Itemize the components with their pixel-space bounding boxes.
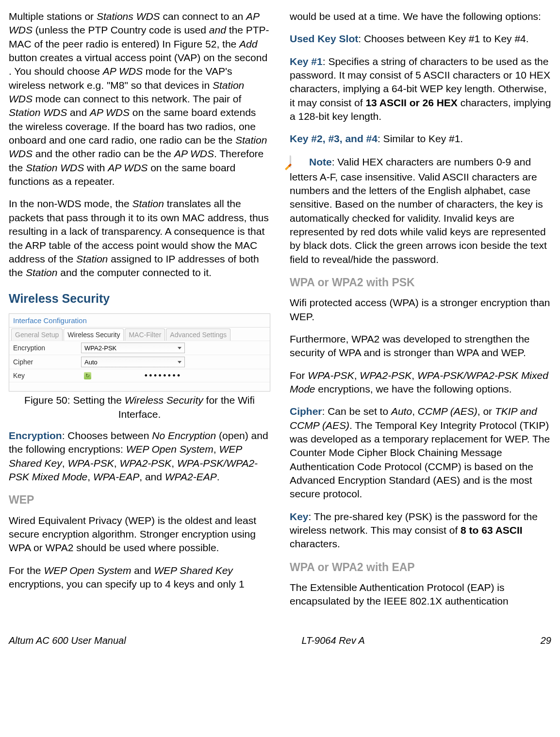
paragraph-note: Note: Valid HEX characters are numbers 0… (290, 155, 551, 266)
paragraph-key234: Key #2, #3, and #4: Similar to Key #1. (290, 132, 551, 146)
left-column: Multiple stations or Stations WDS can co… (9, 10, 270, 617)
paragraph-used-key-slot: Used Key Slot: Chooses between Key #1 to… (290, 32, 551, 46)
chevron-down-icon (178, 361, 181, 363)
input-key-container: ↻ •••••••• (81, 371, 184, 380)
select-encryption[interactable]: WPA2-PSK (81, 343, 185, 353)
paragraph-wds-2: In the non-WDS mode, the Station transla… (9, 197, 270, 279)
label-encryption: Encryption (13, 344, 81, 353)
tab-general-setup[interactable]: General Setup (11, 328, 63, 341)
paragraph-key-psk: Key: The pre-shared key (PSK) is the pas… (290, 510, 551, 551)
right-column: would be used at a time. We have the fol… (290, 10, 551, 617)
paragraph-wpa-1: Wifi protected access (WPA) is a stronge… (290, 296, 551, 324)
paragraph-wds-1: Multiple stations or Stations WDS can co… (9, 10, 270, 188)
two-column-layout: Multiple stations or Stations WDS can co… (9, 10, 551, 617)
paragraph-wep-1: Wired Equivalent Privacy (WEP) is the ol… (9, 514, 270, 555)
note-text: Note: Valid HEX characters are numbers 0… (290, 156, 547, 265)
label-key: Key (13, 371, 81, 380)
tab-wireless-security[interactable]: Wireless Security (64, 328, 124, 341)
paragraph-wep-2: For the WEP Open System and WEP Shared K… (9, 564, 270, 591)
figure-caption-50: Figure 50: Setting the Wireless Security… (9, 393, 270, 421)
input-key-value[interactable]: •••••••• (144, 371, 181, 381)
tab-advanced-settings[interactable]: Advanced Settings (166, 328, 231, 341)
footer-right: 29 (541, 634, 551, 647)
footer-left: Altum AC 600 User Manual (9, 634, 126, 647)
paragraph-eap-1: The Extensible Authentication Protocol (… (290, 581, 551, 608)
heading-wpa-psk: WPA or WPA2 with PSK (290, 275, 551, 290)
paragraph-wpa-3: For WPA-PSK, WPA2-PSK, WPA-PSK/WPA2-PSK … (290, 369, 551, 396)
reveal-password-icon[interactable]: ↻ (84, 372, 91, 379)
chevron-down-icon (178, 347, 181, 349)
select-cipher-value: Auto (84, 358, 98, 367)
heading-wireless-security: Wireless Security (9, 291, 270, 307)
row-encryption: Encryption WPA2-PSK (9, 341, 270, 355)
figure-interface-config: Interface Configuration General Setup Wi… (9, 313, 270, 392)
footer-center: LT-9064 Rev A (301, 634, 364, 647)
heading-wep: WEP (9, 492, 270, 508)
fieldset-legend: Interface Configuration (9, 314, 270, 327)
tab-list: General Setup Wireless Security MAC-Filt… (9, 328, 270, 341)
paragraph-encryption: Encryption: Chooses between No Encryptio… (9, 429, 270, 484)
tab-mac-filter[interactable]: MAC-Filter (125, 328, 165, 341)
page-footer: Altum AC 600 User Manual LT-9064 Rev A 2… (9, 630, 551, 647)
paragraph-wpa-2: Furthermore, WPA2 was developed to stren… (290, 332, 551, 360)
paragraph-continued: would be used at a time. We have the fol… (290, 10, 551, 23)
select-encryption-value: WPA2-PSK (84, 344, 116, 353)
heading-wpa-eap: WPA or WPA2 with EAP (290, 560, 551, 575)
select-cipher[interactable]: Auto (81, 357, 185, 367)
paragraph-cipher: Cipher: Can be set to Auto, CCMP (AES), … (290, 405, 551, 501)
row-cipher: Cipher Auto (9, 355, 270, 369)
paragraph-key1: Key #1: Specifies a string of characters… (290, 55, 551, 124)
figure-padding (9, 382, 270, 391)
row-key: Key ↻ •••••••• (9, 369, 270, 382)
label-cipher: Cipher (13, 358, 81, 367)
note-icon (290, 155, 307, 170)
